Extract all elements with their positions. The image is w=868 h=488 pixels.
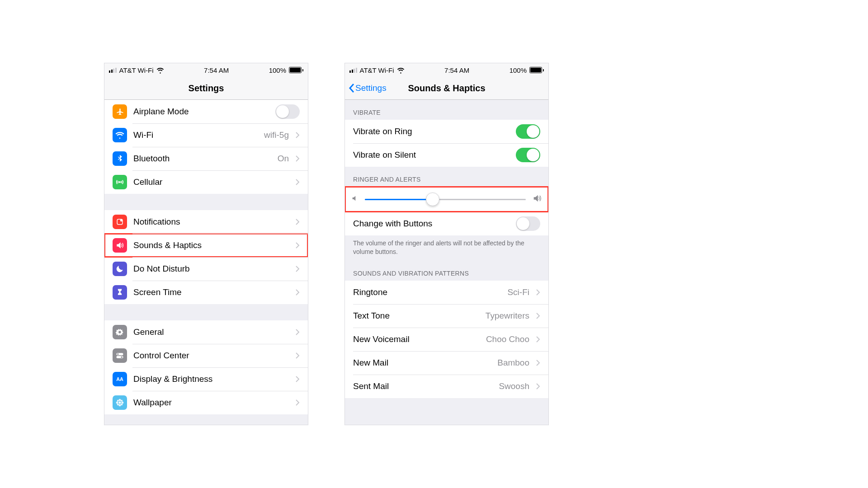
hourglass-icon: [113, 285, 127, 300]
speaker-low-icon: [351, 195, 359, 204]
dnd-label: Do Not Disturb: [133, 264, 289, 274]
svg-point-0: [119, 182, 121, 183]
chevron-right-icon: [295, 399, 300, 406]
section-header: Sounds and Vibration Patterns: [345, 261, 548, 281]
row-vibring[interactable]: Vibrate on Ring: [345, 120, 548, 143]
AA-icon: AA: [113, 372, 127, 386]
gear-icon: [113, 325, 127, 339]
airplane-toggle[interactable]: [275, 104, 300, 119]
clock: 7:54 AM: [204, 66, 229, 74]
row-sentmail[interactable]: Sent Mail Swoosh: [345, 375, 548, 398]
svg-point-16: [121, 404, 123, 405]
svg-point-4: [117, 353, 118, 355]
settings-screen: AT&T Wi-Fi 7:54 AM 100% Settings Airplan…: [104, 63, 308, 425]
row-ringtone[interactable]: Ringtone Sci-Fi: [345, 281, 548, 304]
volume-slider[interactable]: [365, 199, 526, 200]
wifi-icon: [113, 128, 127, 142]
texttone-value: Typewriters: [486, 311, 529, 321]
sentmail-label: Sent Mail: [353, 381, 492, 391]
chevron-right-icon: [295, 155, 300, 162]
nav-bar: Settings: [104, 77, 308, 100]
chevron-right-icon: [295, 178, 300, 186]
chevron-right-icon: [536, 359, 540, 366]
page-title: Sounds & Haptics: [408, 83, 485, 94]
newmail-label: New Mail: [353, 358, 491, 368]
carrier-label: AT&T Wi-Fi: [119, 66, 154, 74]
speaker-icon: [113, 238, 127, 253]
cellular-label: Cellular: [133, 177, 289, 187]
chevron-right-icon: [536, 336, 540, 343]
row-display[interactable]: AA Display & Brightness: [104, 367, 308, 391]
section-header: Vibrate: [345, 100, 548, 120]
svg-text:AA: AA: [116, 376, 123, 382]
changebtn-toggle[interactable]: [516, 216, 540, 231]
chevron-right-icon: [295, 352, 300, 359]
bluetooth-value: On: [278, 154, 289, 164]
row-changebtn[interactable]: Change with Buttons: [345, 212, 548, 235]
carrier-label: AT&T Wi-Fi: [360, 66, 394, 74]
chevron-right-icon: [536, 312, 540, 319]
row-airplane[interactable]: Airplane Mode: [104, 100, 308, 123]
ringtone-label: Ringtone: [353, 287, 501, 297]
chevron-right-icon: [295, 131, 300, 139]
row-newmail[interactable]: New Mail Bamboo: [345, 351, 548, 375]
wifi-label: Wi-Fi: [133, 130, 258, 140]
sounds-label: Sounds & Haptics: [133, 240, 289, 250]
row-wifi[interactable]: Wi-Fi wifi-5g: [104, 123, 308, 147]
bluetooth-label: Bluetooth: [133, 154, 271, 164]
changebtn-label: Change with Buttons: [353, 219, 509, 229]
row-notifications[interactable]: Notifications: [104, 210, 308, 234]
vibsilent-label: Vibrate on Silent: [353, 150, 509, 160]
antenna-icon: [113, 175, 127, 189]
svg-point-9: [119, 399, 121, 401]
row-wallpaper[interactable]: Wallpaper: [104, 391, 308, 414]
voicemail-label: New Voicemail: [353, 334, 480, 344]
signal-icon: [349, 68, 357, 73]
vibring-label: Vibrate on Ring: [353, 127, 509, 136]
vibsilent-toggle[interactable]: [516, 148, 540, 162]
wifi-icon: [397, 67, 405, 73]
svg-point-14: [121, 400, 123, 402]
general-label: General: [133, 327, 289, 337]
speaker-high-icon: [532, 193, 542, 205]
chevron-right-icon: [295, 375, 300, 383]
signal-icon: [109, 68, 117, 73]
bell-icon: [113, 215, 127, 229]
svg-point-6: [121, 357, 123, 358]
svg-point-2: [120, 219, 123, 221]
battery-icon: [529, 67, 544, 73]
switches-icon: [113, 348, 127, 363]
page-title: Settings: [189, 83, 224, 94]
back-button[interactable]: Settings: [349, 83, 387, 93]
battery-icon: [289, 67, 303, 73]
sounds-screen: AT&T Wi-Fi 7:54 AM 100% Settings Sounds …: [344, 63, 549, 425]
row-bluetooth[interactable]: Bluetooth On: [104, 147, 308, 170]
svg-point-12: [121, 402, 123, 404]
row-screentime[interactable]: Screen Time: [104, 281, 308, 304]
wifi-icon: [156, 67, 164, 73]
svg-point-13: [117, 400, 119, 402]
row-sounds[interactable]: Sounds & Haptics: [104, 234, 308, 257]
moon-icon: [113, 262, 127, 276]
row-texttone[interactable]: Text Tone Typewriters: [345, 304, 548, 328]
vibring-toggle[interactable]: [516, 124, 540, 139]
volume-slider-row: [345, 187, 548, 212]
svg-point-8: [119, 402, 121, 404]
svg-point-15: [117, 404, 119, 405]
nav-bar: Settings Sounds & Haptics: [345, 77, 548, 100]
row-general[interactable]: General: [104, 320, 308, 344]
chevron-right-icon: [295, 328, 300, 336]
voicemail-value: Choo Choo: [486, 334, 529, 344]
chevron-right-icon: [295, 218, 300, 225]
status-bar: AT&T Wi-Fi 7:54 AM 100%: [345, 63, 548, 77]
section-header: Ringer and Alerts: [345, 167, 548, 187]
row-dnd[interactable]: Do Not Disturb: [104, 257, 308, 281]
row-vibsilent[interactable]: Vibrate on Silent: [345, 143, 548, 167]
row-cellular[interactable]: Cellular: [104, 170, 308, 194]
flower-icon: [113, 395, 127, 410]
sentmail-value: Swoosh: [499, 381, 529, 391]
chevron-right-icon: [295, 242, 300, 249]
clock: 7:54 AM: [444, 66, 469, 74]
row-controlcenter[interactable]: Control Center: [104, 344, 308, 367]
row-voicemail[interactable]: New Voicemail Choo Choo: [345, 328, 548, 351]
